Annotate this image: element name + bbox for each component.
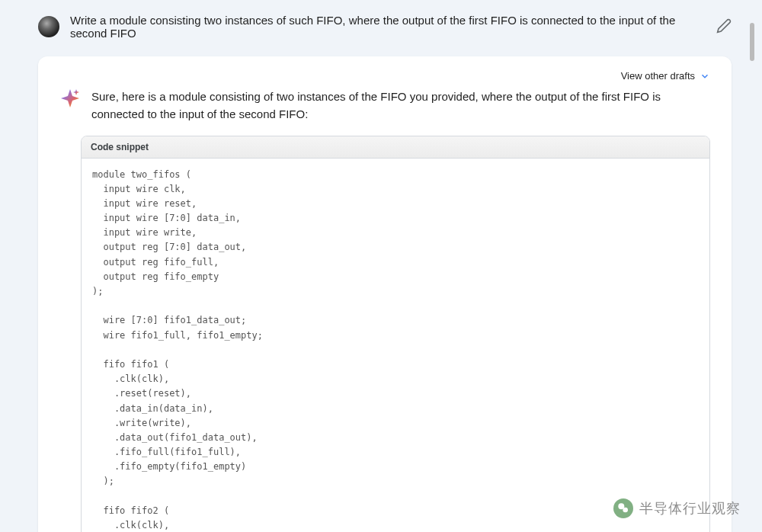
- scrollbar-track[interactable]: [750, 0, 754, 532]
- edit-button[interactable]: [716, 18, 732, 36]
- code-header-label: Code snippet: [82, 136, 709, 159]
- code-block: Code snippet module two_fifos ( input wi…: [81, 136, 710, 533]
- response-block: View other drafts: [38, 56, 732, 532]
- chat-container: Write a module consisting two instances …: [0, 0, 762, 532]
- response-header: View other drafts: [38, 70, 732, 88]
- view-drafts-button[interactable]: View other drafts: [621, 70, 695, 82]
- user-avatar: [38, 16, 59, 37]
- response-content: Sure, here is a module consisting of two…: [38, 88, 732, 123]
- user-message-row: Write a module consisting two instances …: [38, 6, 732, 47]
- scrollbar-thumb[interactable]: [750, 23, 754, 61]
- user-message-text: Write a module consisting two instances …: [70, 14, 706, 40]
- response-intro-text: Sure, here is a module consisting of two…: [91, 88, 710, 123]
- chevron-down-icon[interactable]: [700, 71, 710, 82]
- pencil-icon: [716, 18, 732, 34]
- bard-sparkle-icon: [59, 88, 81, 109]
- code-content[interactable]: module two_fifos ( input wire clk, input…: [82, 159, 709, 533]
